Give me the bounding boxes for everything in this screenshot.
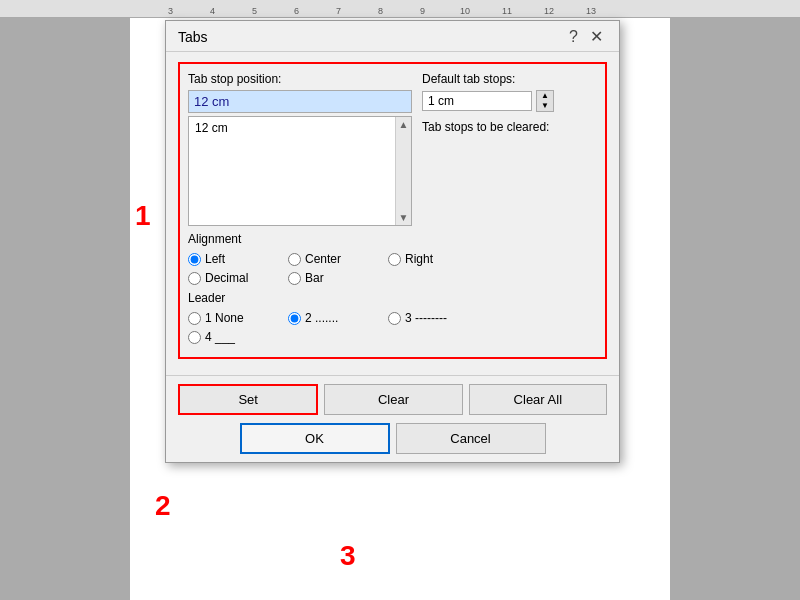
clear-all-button[interactable]: Clear All	[469, 384, 607, 415]
alignment-center[interactable]: Center	[288, 252, 378, 266]
left-column: Tab stop position: 12 cm ▲ ▼	[188, 72, 412, 226]
ok-button[interactable]: OK	[240, 423, 390, 454]
ruler-tick: 3	[168, 6, 173, 16]
default-tab-stops-label: Default tab stops:	[422, 72, 597, 86]
leader-row-1: 1 None 2 ....... 3 --------	[188, 311, 597, 325]
tab-stop-list[interactable]: 12 cm ▲ ▼	[188, 116, 412, 226]
alignment-left-label: Left	[205, 252, 225, 266]
default-tab-stops-input[interactable]	[422, 91, 532, 111]
alignment-center-radio[interactable]	[288, 253, 301, 266]
leader-dashes-label: 3 --------	[405, 311, 447, 325]
alignment-section: Alignment Left Center Right	[188, 232, 597, 285]
leader-none-radio[interactable]	[188, 312, 201, 325]
close-button[interactable]: ✕	[586, 29, 607, 45]
label-number-2: 2	[155, 490, 171, 522]
dialog-body: Tab stop position: 12 cm ▲ ▼ Default tab…	[166, 52, 619, 375]
alignment-left-radio[interactable]	[188, 253, 201, 266]
leader-none[interactable]: 1 None	[188, 311, 278, 325]
footer-row-1: Set Clear Clear All	[178, 384, 607, 415]
ruler-tick: 13	[586, 6, 596, 16]
leader-row-2: 4 ___	[188, 330, 597, 344]
leader-section: Leader 1 None 2 ....... 3 --------	[188, 291, 597, 344]
alignment-row-2: Decimal Bar	[188, 271, 597, 285]
alignment-right[interactable]: Right	[388, 252, 478, 266]
tab-list-item: 12 cm	[192, 120, 408, 136]
ruler-tick: 10	[460, 6, 470, 16]
ruler-tick: 8	[378, 6, 383, 16]
leader-dots-label: 2 .......	[305, 311, 338, 325]
clear-button[interactable]: Clear	[324, 384, 462, 415]
ruler-tick: 11	[502, 6, 512, 16]
ruler-tick: 5	[252, 6, 257, 16]
dialog-titlebar: Tabs ? ✕	[166, 21, 619, 52]
two-columns: Tab stop position: 12 cm ▲ ▼ Default tab…	[188, 72, 597, 226]
leader-dashes-radio[interactable]	[388, 312, 401, 325]
ruler: 3 4 5 6 7 8 9 10 11 12 13	[0, 0, 800, 18]
dialog-title: Tabs	[178, 29, 208, 45]
alignment-row-1: Left Center Right	[188, 252, 597, 266]
set-button[interactable]: Set	[178, 384, 318, 415]
footer-row-2: OK Cancel	[178, 423, 607, 454]
alignment-decimal-label: Decimal	[205, 271, 248, 285]
cancel-button[interactable]: Cancel	[396, 423, 546, 454]
alignment-left[interactable]: Left	[188, 252, 278, 266]
leader-header: Leader	[188, 291, 597, 305]
leader-dots-radio[interactable]	[288, 312, 301, 325]
alignment-right-radio[interactable]	[388, 253, 401, 266]
leader-dashes[interactable]: 3 --------	[388, 311, 478, 325]
leader-dots[interactable]: 2 .......	[288, 311, 378, 325]
dialog-footer: Set Clear Clear All OK Cancel	[166, 375, 619, 462]
alignment-center-label: Center	[305, 252, 341, 266]
default-tab-row: ▲ ▼	[422, 90, 597, 112]
ruler-tick: 12	[544, 6, 554, 16]
right-column: Default tab stops: ▲ ▼ Tab stops to be c…	[422, 72, 597, 226]
alignment-bar[interactable]: Bar	[288, 271, 378, 285]
alignment-header: Alignment	[188, 232, 597, 246]
scrollbar[interactable]: ▲ ▼	[395, 117, 411, 225]
alignment-decimal-radio[interactable]	[188, 272, 201, 285]
ruler-tick: 9	[420, 6, 425, 16]
ruler-tick: 4	[210, 6, 215, 16]
ruler-tick: 6	[294, 6, 299, 16]
tab-stop-position-input[interactable]	[188, 90, 412, 113]
titlebar-buttons: ? ✕	[565, 29, 607, 45]
label-number-3: 3	[340, 540, 356, 572]
spinner: ▲ ▼	[536, 90, 554, 112]
alignment-bar-label: Bar	[305, 271, 324, 285]
label-number-1: 1	[135, 200, 151, 232]
leader-underline-radio[interactable]	[188, 331, 201, 344]
spinner-up-button[interactable]: ▲	[537, 91, 553, 101]
tab-stop-position-label: Tab stop position:	[188, 72, 412, 86]
spinner-down-button[interactable]: ▼	[537, 101, 553, 111]
alignment-bar-radio[interactable]	[288, 272, 301, 285]
alignment-right-label: Right	[405, 252, 433, 266]
alignment-decimal[interactable]: Decimal	[188, 271, 278, 285]
leader-underline[interactable]: 4 ___	[188, 330, 278, 344]
section-top: Tab stop position: 12 cm ▲ ▼ Default tab…	[178, 62, 607, 359]
help-button[interactable]: ?	[565, 29, 582, 45]
ruler-tick: 7	[336, 6, 341, 16]
leader-underline-label: 4 ___	[205, 330, 235, 344]
tab-stops-to-clear-label: Tab stops to be cleared:	[422, 120, 597, 134]
leader-none-label: 1 None	[205, 311, 244, 325]
tabs-dialog: Tabs ? ✕ Tab stop position: 12 cm ▲ ▼	[165, 20, 620, 463]
